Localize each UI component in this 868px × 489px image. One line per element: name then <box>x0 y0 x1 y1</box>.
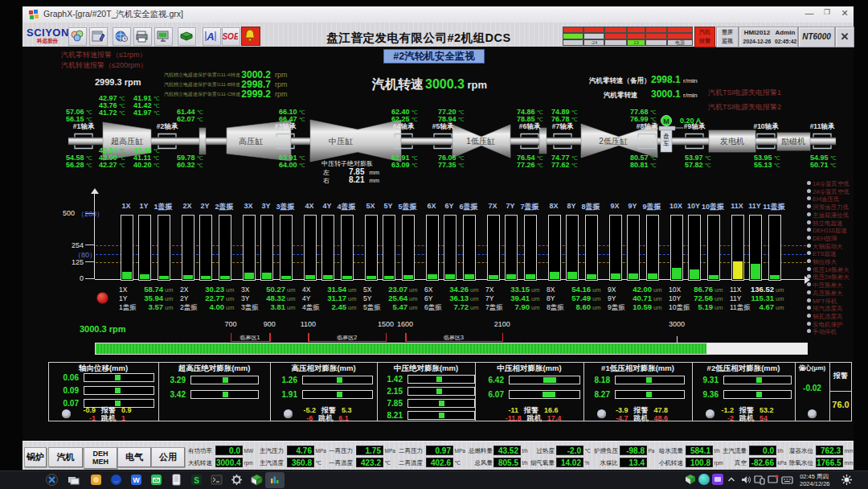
taskbar-settings-button[interactable] <box>231 474 243 486</box>
nav-button[interactable]: 电气 <box>117 447 151 467</box>
alarm-grid-cell[interactable]: 13 <box>627 39 645 46</box>
globe-button[interactable] <box>113 27 131 46</box>
trip-condition-item[interactable]: 低压2#胀差大 <box>807 273 850 281</box>
vib-table-value: 36.13 <box>438 294 469 302</box>
field-label: 主汽温度 <box>237 459 284 467</box>
trip-condition-item[interactable]: 润滑油压力低 <box>807 203 849 212</box>
nt6000-logo: NT6000 <box>798 27 835 47</box>
taskbar-file-explorer-button[interactable] <box>68 474 80 486</box>
vibration-bar <box>219 215 231 281</box>
alarm-grid-cell[interactable] <box>627 33 645 39</box>
tray-volume-icon[interactable] <box>740 475 751 485</box>
trip-condition-item[interactable]: 轴位移大 <box>807 258 837 266</box>
gauge-value: 6.42 <box>480 376 504 384</box>
turbine-alarm-button[interactable]: 汽机报警 <box>694 27 715 47</box>
monitor-button[interactable] <box>154 27 173 46</box>
alarm-bell-button[interactable] <box>241 27 260 46</box>
bearing-temp: 66.47 ℃ <box>279 115 305 123</box>
alarm-grid-cell[interactable] <box>563 39 583 46</box>
screen-view-button[interactable]: 整屏监视 <box>716 27 739 47</box>
tray-monitor-icon[interactable] <box>768 475 779 485</box>
field-label: 总燃料量 <box>446 447 493 455</box>
trip-condition-item[interactable]: 大轴振动大 <box>807 243 843 251</box>
taskbar-mail-icon <box>150 474 162 486</box>
gauge-value: 6.07 <box>480 390 504 399</box>
vibration-bar-label: 9X <box>610 202 619 210</box>
alarm-grid-cell[interactable] <box>604 39 627 46</box>
tray-brightness-icon[interactable] <box>841 474 853 486</box>
tray-nt-icon[interactable] <box>685 474 696 485</box>
bearing-temp: 77.35 ℃ <box>438 161 465 169</box>
taskbar-browser-button[interactable] <box>110 474 122 486</box>
trip-condition-item[interactable]: DEH故障 <box>807 235 837 243</box>
tray-keyboard-icon[interactable] <box>781 475 793 485</box>
trip-condition-item[interactable]: 2#冷凝真空低 <box>807 188 850 196</box>
taskbar-app-orange-button[interactable] <box>90 474 102 486</box>
alarm-grid-cell[interactable] <box>604 33 627 39</box>
taskbar-wps-button[interactable]: W <box>130 474 142 486</box>
trip-condition-item[interactable]: 低压1#胀差大 <box>807 266 850 274</box>
tray-purple-icon[interactable] <box>712 474 723 485</box>
minimize-button[interactable]: — <box>802 8 817 18</box>
trip-condition-item[interactable]: 排汽温度高 <box>807 305 843 313</box>
book-button[interactable] <box>178 27 196 46</box>
trip-condition-item[interactable]: 高压胀差大 <box>807 290 843 298</box>
trip-condition-item[interactable]: 发电机保护 <box>807 321 843 329</box>
trip-condition-item[interactable]: DEH110超速 <box>807 227 847 235</box>
panel-status-indicator <box>284 409 293 418</box>
alarm-grid-cell[interactable] <box>563 27 583 33</box>
nav-button[interactable]: 汽机 <box>48 447 83 467</box>
alarm-grid-cell[interactable] <box>583 33 604 39</box>
calculator-button[interactable] <box>89 27 108 46</box>
alarm-grid-cell[interactable] <box>645 27 667 33</box>
users-button[interactable] <box>68 27 87 46</box>
taskbar-notepad-button[interactable] <box>170 474 182 486</box>
cylinder-label: 1低压缸 <box>466 137 495 146</box>
close-window-button[interactable]: ✕ <box>837 8 852 18</box>
taskbar-nt-tool-button[interactable] <box>251 474 263 486</box>
trip-condition-item[interactable]: 主油箱液位低 <box>807 212 849 220</box>
trip-condition-item[interactable]: 1#冷凝真空低 <box>807 180 850 188</box>
vib-table-unit: um <box>776 295 784 302</box>
trip-condition-item[interactable]: 轴瓦温度高 <box>807 313 843 321</box>
taskbar-mail-button[interactable] <box>150 474 162 486</box>
restore-button[interactable]: ❐ <box>820 8 834 16</box>
alarm-grid-cell[interactable] <box>604 27 627 33</box>
panel-title: 超高压绝对膨胀(mm) <box>158 364 270 374</box>
alarm-grid-cell[interactable] <box>667 33 693 39</box>
alarm-grid-cell[interactable] <box>645 39 667 46</box>
alarm-grid-cell[interactable] <box>563 33 583 39</box>
trip-condition-item[interactable]: MFT停机 <box>807 298 837 306</box>
panel-trip-limits: -4.7跳机48.6 <box>600 413 684 424</box>
taskbar-terminal-button[interactable] <box>211 474 223 486</box>
alarm-grid-cell[interactable]: 电源 <box>667 39 693 46</box>
vib-table-label: 9Y <box>608 294 616 302</box>
trip-condition-item[interactable]: 手动停机 <box>807 328 837 336</box>
printer-button[interactable] <box>133 27 152 46</box>
taskbar-app-lenovo-button[interactable] <box>46 474 58 486</box>
tray-chevron-icon[interactable] <box>727 476 737 484</box>
alarm-grid-cell[interactable] <box>667 27 693 33</box>
tray-clock[interactable]: 02:45 周四2024/12/26 <box>800 473 829 487</box>
alarm-grid-cell[interactable]: -24 <box>583 39 604 46</box>
field-label: 有功功率 <box>166 447 212 455</box>
trip-condition-item[interactable]: 独立电超速 <box>807 220 843 228</box>
alarm-grid-cell[interactable] <box>583 27 604 33</box>
nav-button[interactable]: 锅炉 <box>24 447 47 467</box>
vib-table-label: 10X <box>669 286 681 294</box>
tray-teal-icon[interactable] <box>698 474 710 485</box>
toolbar-close-button[interactable]: ✕ <box>835 27 854 47</box>
alarm-grid-cell[interactable] <box>627 27 645 33</box>
taskbar-app-s-button[interactable]: S <box>190 474 203 486</box>
nav-button[interactable]: DEHMEH <box>84 447 117 469</box>
taskbar-graphx-button[interactable] <box>268 474 280 486</box>
soe-button[interactable]: SOE <box>222 27 240 46</box>
trip-condition-item[interactable]: 中压胀差大 <box>807 281 843 290</box>
alarm-grid-cell[interactable] <box>645 33 667 39</box>
font-button[interactable]: A <box>203 27 221 46</box>
trip-condition-item[interactable]: EH油压低 <box>807 195 839 203</box>
vibration-bar-label: 4Y <box>322 202 331 210</box>
tray-device-icon[interactable] <box>754 475 765 485</box>
trip-condition-item[interactable]: ETS超速 <box>807 250 837 258</box>
vib-table-value: 35.94 <box>133 294 163 302</box>
